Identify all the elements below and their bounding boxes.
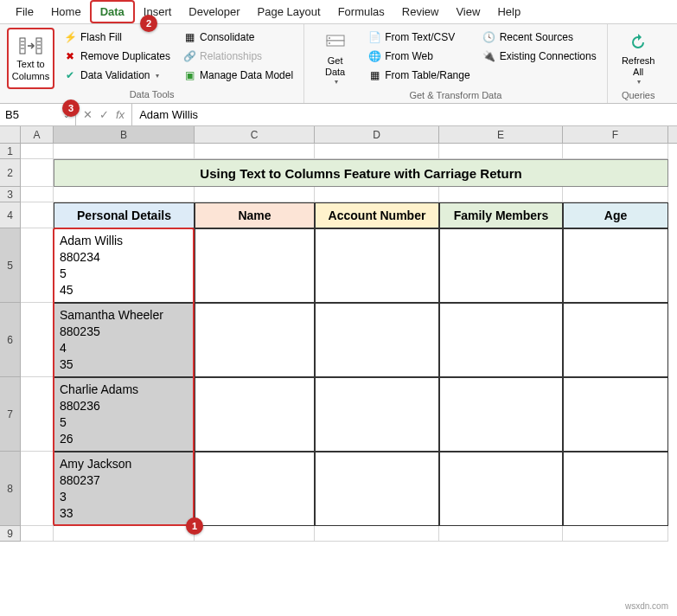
cell-E1[interactable] [439, 144, 563, 159]
cell-A3[interactable] [21, 187, 54, 202]
menu-home[interactable]: Home [42, 2, 90, 22]
col-header-D[interactable]: D [315, 126, 439, 143]
get-data-button[interactable]: Get Data▾ [311, 28, 359, 90]
row-header-4[interactable]: 4 [0, 202, 21, 228]
cell-E7[interactable] [439, 377, 563, 452]
cell-C7[interactable] [195, 377, 315, 452]
manage-data-model-button[interactable]: ▣Manage Data Model [179, 66, 297, 85]
cell-D9[interactable] [315, 526, 439, 542]
header-family-members[interactable]: Family Members [439, 202, 563, 228]
cell-F3[interactable] [563, 187, 668, 202]
relationships-button[interactable]: 🔗Relationships [179, 47, 297, 66]
row-header-3[interactable]: 3 [0, 187, 21, 202]
cell-D1[interactable] [315, 144, 439, 159]
cell-A2[interactable] [21, 159, 54, 187]
menu-page-layout[interactable]: Page Layout [249, 2, 329, 22]
menu-view[interactable]: View [447, 2, 489, 22]
cell-E5[interactable] [439, 228, 563, 303]
cell-C1[interactable] [195, 144, 315, 159]
fx-icon[interactable]: fx [116, 108, 125, 121]
from-text-csv-label: From Text/CSV [385, 31, 455, 43]
text-to-columns-button[interactable]: Text to Columns [7, 28, 54, 89]
col-header-A[interactable]: A [21, 126, 54, 143]
cell-C8[interactable] [195, 452, 315, 526]
cell-D7[interactable] [315, 377, 439, 452]
cell-B7[interactable]: Charlie Adams 880236 5 26 [54, 377, 195, 452]
cell-A9[interactable] [21, 526, 54, 542]
cell-C9[interactable] [195, 526, 315, 542]
from-text-csv-button[interactable]: 📄From Text/CSV [364, 28, 474, 47]
row-header-6[interactable]: 6 [0, 303, 21, 377]
cell-B1[interactable] [54, 144, 195, 159]
cell-A7[interactable] [21, 377, 54, 452]
menu-developer[interactable]: Developer [180, 2, 248, 22]
svg-rect-0 [20, 38, 25, 54]
row-header-5[interactable]: 5 [0, 228, 21, 303]
cell-C6[interactable] [195, 303, 315, 377]
cell-E9[interactable] [439, 526, 563, 542]
svg-point-5 [329, 42, 330, 44]
cell-A5[interactable] [21, 228, 54, 303]
existing-connections-button[interactable]: 🔌Existing Connections [479, 47, 600, 66]
col-header-E[interactable]: E [439, 126, 563, 143]
header-name[interactable]: Name [195, 202, 315, 228]
cell-F6[interactable] [563, 303, 668, 377]
row-header-2[interactable]: 2 [0, 159, 21, 187]
enter-icon[interactable]: ✓ [99, 108, 109, 121]
menu-data[interactable]: Data [90, 0, 135, 23]
cell-E8[interactable] [439, 452, 563, 526]
cell-B8[interactable]: Amy Jackson 880237 3 33 [54, 452, 195, 526]
col-header-B[interactable]: B [54, 126, 195, 143]
title-cell[interactable]: Using Text to Columns Feature with Carri… [54, 159, 668, 187]
cell-B9[interactable] [54, 526, 195, 542]
cancel-icon[interactable]: ✕ [83, 108, 93, 121]
cell-D5[interactable] [315, 228, 439, 303]
row-header-7[interactable]: 7 [0, 377, 21, 452]
formula-input[interactable]: Adam Willis [132, 104, 677, 125]
row-header-9[interactable]: 9 [0, 526, 21, 542]
cell-D8[interactable] [315, 452, 439, 526]
header-account-number[interactable]: Account Number [315, 202, 439, 228]
remove-duplicates-button[interactable]: ✖Remove Duplicates [60, 47, 174, 66]
existing-connections-icon: 🔌 [482, 49, 496, 63]
cell-E6[interactable] [439, 303, 563, 377]
manage-data-model-label: Manage Data Model [200, 69, 293, 81]
flash-fill-button[interactable]: ⚡Flash Fill [60, 28, 174, 47]
cell-A1[interactable] [21, 144, 54, 159]
cell-D6[interactable] [315, 303, 439, 377]
cell-B6[interactable]: Samantha Wheeler 880235 4 35 [54, 303, 195, 377]
data-validation-button[interactable]: ✔Data Validation▾ [60, 66, 174, 85]
refresh-all-button[interactable]: Refresh All▾ [615, 28, 662, 90]
cell-F1[interactable] [563, 144, 668, 159]
from-table-range-button[interactable]: ▦From Table/Range [364, 66, 474, 85]
cell-A8[interactable] [21, 452, 54, 526]
cell-C5[interactable] [195, 228, 315, 303]
cell-B3[interactable] [54, 187, 195, 202]
row-header-1[interactable]: 1 [0, 144, 21, 159]
row-header-8[interactable]: 8 [0, 452, 21, 526]
cell-F9[interactable] [563, 526, 668, 542]
menu-review[interactable]: Review [393, 2, 448, 22]
menu-formulas[interactable]: Formulas [329, 2, 393, 22]
cell-B5[interactable]: Adam Willis 880234 5 45 [54, 228, 195, 303]
cell-A6[interactable] [21, 303, 54, 377]
menu-help[interactable]: Help [489, 2, 529, 22]
col-header-C[interactable]: C [195, 126, 315, 143]
header-age[interactable]: Age [563, 202, 668, 228]
text-to-columns-icon [17, 35, 45, 57]
cell-E3[interactable] [439, 187, 563, 202]
cell-A4[interactable] [21, 202, 54, 228]
select-all-corner[interactable] [0, 126, 21, 143]
col-header-F[interactable]: F [563, 126, 668, 143]
recent-sources-button[interactable]: 🕓Recent Sources [479, 28, 600, 47]
consolidate-button[interactable]: ▦Consolidate [179, 28, 297, 47]
remove-duplicates-icon: ✖ [63, 49, 77, 63]
cell-C3[interactable] [195, 187, 315, 202]
cell-D3[interactable] [315, 187, 439, 202]
from-web-button[interactable]: 🌐From Web [364, 47, 474, 66]
cell-F7[interactable] [563, 377, 668, 452]
cell-F8[interactable] [563, 452, 668, 526]
menu-file[interactable]: File [7, 2, 42, 22]
header-personal-details[interactable]: Personal Details [54, 202, 195, 228]
cell-F5[interactable] [563, 228, 668, 303]
